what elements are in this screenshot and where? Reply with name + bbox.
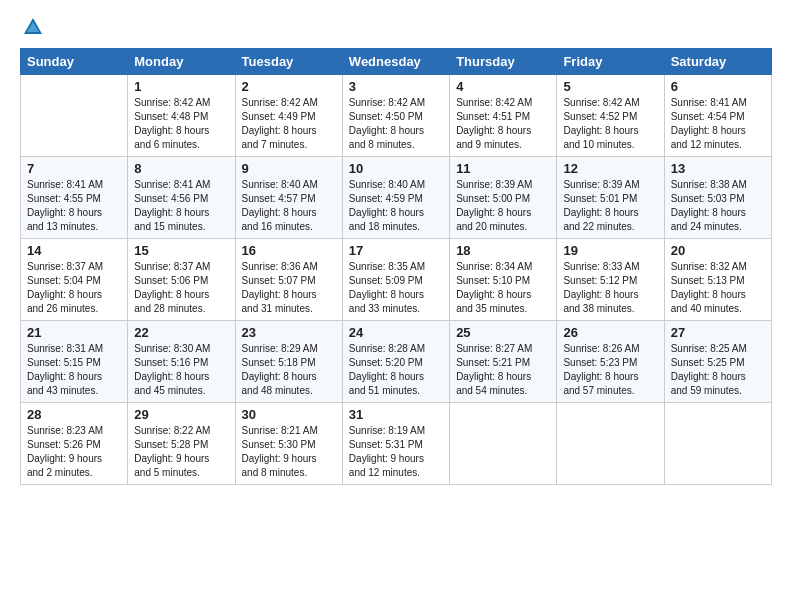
cell-content: Sunrise: 8:40 AMSunset: 4:59 PMDaylight:…: [349, 178, 443, 234]
calendar-cell: 26Sunrise: 8:26 AMSunset: 5:23 PMDayligh…: [557, 321, 664, 403]
cell-content: Sunrise: 8:29 AMSunset: 5:18 PMDaylight:…: [242, 342, 336, 398]
calendar-cell: 20Sunrise: 8:32 AMSunset: 5:13 PMDayligh…: [664, 239, 771, 321]
calendar-cell: 9Sunrise: 8:40 AMSunset: 4:57 PMDaylight…: [235, 157, 342, 239]
day-number: 25: [456, 325, 550, 340]
cell-content: Sunrise: 8:22 AMSunset: 5:28 PMDaylight:…: [134, 424, 228, 480]
calendar-week-3: 21Sunrise: 8:31 AMSunset: 5:15 PMDayligh…: [21, 321, 772, 403]
cell-content: Sunrise: 8:28 AMSunset: 5:20 PMDaylight:…: [349, 342, 443, 398]
calendar-cell: 31Sunrise: 8:19 AMSunset: 5:31 PMDayligh…: [342, 403, 449, 485]
cell-content: Sunrise: 8:35 AMSunset: 5:09 PMDaylight:…: [349, 260, 443, 316]
calendar-week-2: 14Sunrise: 8:37 AMSunset: 5:04 PMDayligh…: [21, 239, 772, 321]
cell-content: Sunrise: 8:27 AMSunset: 5:21 PMDaylight:…: [456, 342, 550, 398]
cell-content: Sunrise: 8:33 AMSunset: 5:12 PMDaylight:…: [563, 260, 657, 316]
day-number: 22: [134, 325, 228, 340]
day-number: 4: [456, 79, 550, 94]
day-number: 3: [349, 79, 443, 94]
day-number: 16: [242, 243, 336, 258]
cell-content: Sunrise: 8:42 AMSunset: 4:49 PMDaylight:…: [242, 96, 336, 152]
calendar-week-4: 28Sunrise: 8:23 AMSunset: 5:26 PMDayligh…: [21, 403, 772, 485]
cell-content: Sunrise: 8:38 AMSunset: 5:03 PMDaylight:…: [671, 178, 765, 234]
calendar-cell: 24Sunrise: 8:28 AMSunset: 5:20 PMDayligh…: [342, 321, 449, 403]
cell-content: Sunrise: 8:41 AMSunset: 4:55 PMDaylight:…: [27, 178, 121, 234]
calendar-week-0: 1Sunrise: 8:42 AMSunset: 4:48 PMDaylight…: [21, 75, 772, 157]
calendar-cell: 15Sunrise: 8:37 AMSunset: 5:06 PMDayligh…: [128, 239, 235, 321]
cell-content: Sunrise: 8:37 AMSunset: 5:06 PMDaylight:…: [134, 260, 228, 316]
day-number: 6: [671, 79, 765, 94]
cell-content: Sunrise: 8:30 AMSunset: 5:16 PMDaylight:…: [134, 342, 228, 398]
day-number: 24: [349, 325, 443, 340]
day-number: 10: [349, 161, 443, 176]
calendar-cell: 1Sunrise: 8:42 AMSunset: 4:48 PMDaylight…: [128, 75, 235, 157]
th-monday: Monday: [128, 49, 235, 75]
calendar-cell: 7Sunrise: 8:41 AMSunset: 4:55 PMDaylight…: [21, 157, 128, 239]
calendar-cell: [557, 403, 664, 485]
cell-content: Sunrise: 8:42 AMSunset: 4:51 PMDaylight:…: [456, 96, 550, 152]
cell-content: Sunrise: 8:36 AMSunset: 5:07 PMDaylight:…: [242, 260, 336, 316]
day-number: 31: [349, 407, 443, 422]
day-number: 8: [134, 161, 228, 176]
cell-content: Sunrise: 8:39 AMSunset: 5:00 PMDaylight:…: [456, 178, 550, 234]
day-number: 26: [563, 325, 657, 340]
calendar-cell: [21, 75, 128, 157]
cell-content: Sunrise: 8:25 AMSunset: 5:25 PMDaylight:…: [671, 342, 765, 398]
cell-content: Sunrise: 8:34 AMSunset: 5:10 PMDaylight:…: [456, 260, 550, 316]
calendar-cell: 16Sunrise: 8:36 AMSunset: 5:07 PMDayligh…: [235, 239, 342, 321]
calendar-cell: 14Sunrise: 8:37 AMSunset: 5:04 PMDayligh…: [21, 239, 128, 321]
cell-content: Sunrise: 8:21 AMSunset: 5:30 PMDaylight:…: [242, 424, 336, 480]
calendar-cell: 3Sunrise: 8:42 AMSunset: 4:50 PMDaylight…: [342, 75, 449, 157]
calendar-cell: 10Sunrise: 8:40 AMSunset: 4:59 PMDayligh…: [342, 157, 449, 239]
day-number: 20: [671, 243, 765, 258]
day-number: 17: [349, 243, 443, 258]
cell-content: Sunrise: 8:39 AMSunset: 5:01 PMDaylight:…: [563, 178, 657, 234]
day-number: 28: [27, 407, 121, 422]
calendar-body: 1Sunrise: 8:42 AMSunset: 4:48 PMDaylight…: [21, 75, 772, 485]
day-number: 12: [563, 161, 657, 176]
cell-content: Sunrise: 8:41 AMSunset: 4:54 PMDaylight:…: [671, 96, 765, 152]
calendar-cell: 11Sunrise: 8:39 AMSunset: 5:00 PMDayligh…: [450, 157, 557, 239]
th-friday: Friday: [557, 49, 664, 75]
cell-content: Sunrise: 8:19 AMSunset: 5:31 PMDaylight:…: [349, 424, 443, 480]
calendar-cell: 30Sunrise: 8:21 AMSunset: 5:30 PMDayligh…: [235, 403, 342, 485]
calendar-cell: 21Sunrise: 8:31 AMSunset: 5:15 PMDayligh…: [21, 321, 128, 403]
cell-content: Sunrise: 8:37 AMSunset: 5:04 PMDaylight:…: [27, 260, 121, 316]
cell-content: Sunrise: 8:42 AMSunset: 4:48 PMDaylight:…: [134, 96, 228, 152]
cell-content: Sunrise: 8:26 AMSunset: 5:23 PMDaylight:…: [563, 342, 657, 398]
cell-content: Sunrise: 8:42 AMSunset: 4:52 PMDaylight:…: [563, 96, 657, 152]
day-number: 27: [671, 325, 765, 340]
calendar-cell: 8Sunrise: 8:41 AMSunset: 4:56 PMDaylight…: [128, 157, 235, 239]
day-number: 18: [456, 243, 550, 258]
calendar-week-1: 7Sunrise: 8:41 AMSunset: 4:55 PMDaylight…: [21, 157, 772, 239]
th-wednesday: Wednesday: [342, 49, 449, 75]
calendar-cell: 6Sunrise: 8:41 AMSunset: 4:54 PMDaylight…: [664, 75, 771, 157]
logo-icon: [22, 16, 44, 38]
cell-content: Sunrise: 8:42 AMSunset: 4:50 PMDaylight:…: [349, 96, 443, 152]
calendar-cell: 19Sunrise: 8:33 AMSunset: 5:12 PMDayligh…: [557, 239, 664, 321]
cell-content: Sunrise: 8:41 AMSunset: 4:56 PMDaylight:…: [134, 178, 228, 234]
calendar-cell: 25Sunrise: 8:27 AMSunset: 5:21 PMDayligh…: [450, 321, 557, 403]
calendar-cell: 5Sunrise: 8:42 AMSunset: 4:52 PMDaylight…: [557, 75, 664, 157]
page: Sunday Monday Tuesday Wednesday Thursday…: [0, 0, 792, 612]
th-tuesday: Tuesday: [235, 49, 342, 75]
header-row: Sunday Monday Tuesday Wednesday Thursday…: [21, 49, 772, 75]
header: [20, 16, 772, 38]
day-number: 19: [563, 243, 657, 258]
day-number: 13: [671, 161, 765, 176]
th-saturday: Saturday: [664, 49, 771, 75]
th-sunday: Sunday: [21, 49, 128, 75]
calendar-cell: 12Sunrise: 8:39 AMSunset: 5:01 PMDayligh…: [557, 157, 664, 239]
day-number: 30: [242, 407, 336, 422]
calendar-cell: 28Sunrise: 8:23 AMSunset: 5:26 PMDayligh…: [21, 403, 128, 485]
day-number: 2: [242, 79, 336, 94]
calendar-cell: 29Sunrise: 8:22 AMSunset: 5:28 PMDayligh…: [128, 403, 235, 485]
cell-content: Sunrise: 8:23 AMSunset: 5:26 PMDaylight:…: [27, 424, 121, 480]
logo: [20, 16, 44, 38]
calendar-cell: 23Sunrise: 8:29 AMSunset: 5:18 PMDayligh…: [235, 321, 342, 403]
calendar-table: Sunday Monday Tuesday Wednesday Thursday…: [20, 48, 772, 485]
th-thursday: Thursday: [450, 49, 557, 75]
day-number: 29: [134, 407, 228, 422]
calendar-cell: 22Sunrise: 8:30 AMSunset: 5:16 PMDayligh…: [128, 321, 235, 403]
day-number: 1: [134, 79, 228, 94]
day-number: 15: [134, 243, 228, 258]
day-number: 7: [27, 161, 121, 176]
calendar-cell: 17Sunrise: 8:35 AMSunset: 5:09 PMDayligh…: [342, 239, 449, 321]
